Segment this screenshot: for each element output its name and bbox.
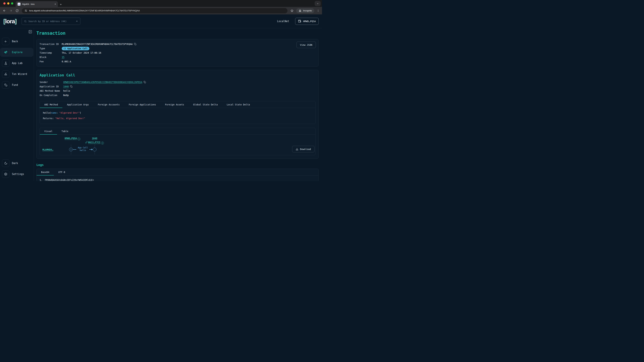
search-clear-icon[interactable] — [76, 20, 78, 22]
transaction-id-value: MLAMKB4ANXZ5NA2XY7ZNF3EAIROHVWPAB4A7CLT6… — [62, 43, 133, 45]
sidebar-item-fund[interactable]: Fund — [0, 80, 33, 89]
site-info-icon[interactable] — [24, 9, 27, 12]
incognito-label: Incognito — [303, 9, 312, 12]
tab-global-state-delta[interactable]: Global State Delta — [189, 101, 222, 108]
tab-foreign-assets[interactable]: Foreign Assets — [160, 101, 189, 108]
abi-method-name-value: hello — [63, 89, 70, 92]
logs-card: Base64 UTF-8 1. FR98dQAUSGVsbG8sIEFsZ29y… — [36, 169, 319, 181]
sidebar-item-label: App Lab — [12, 62, 22, 65]
telescope-icon — [2, 49, 10, 56]
network-label[interactable]: LocalNet — [277, 20, 289, 23]
back-icon[interactable] — [1, 8, 8, 14]
sidebar-item-label: Back — [12, 40, 18, 43]
tab-table[interactable]: Table — [57, 128, 73, 134]
field-label: Application ID — [40, 85, 63, 88]
sidebar-item-label: Txn Wizard — [12, 72, 27, 76]
search-box[interactable] — [22, 17, 80, 25]
maximize-window-button[interactable] — [11, 2, 13, 4]
new-tab-button[interactable] — [60, 3, 62, 6]
sidebar-item-label: Settings — [12, 173, 24, 176]
sender-link[interactable]: HMWDSHQCOPD2T36WBAHLAZ6PO5GDJJZBN4D2TODK… — [63, 81, 142, 83]
copy-icon[interactable] — [70, 85, 72, 88]
wallet-button[interactable]: HMWD…PQSA — [295, 18, 319, 25]
moon-icon — [2, 160, 10, 167]
browser-menu-icon[interactable] — [316, 8, 321, 13]
block-link[interactable]: 35 — [62, 56, 64, 58]
sidebar-collapse-icon[interactable] — [28, 30, 32, 34]
tab-base64[interactable]: Base64 — [36, 169, 54, 175]
flask-icon — [2, 59, 10, 67]
field-label: Type — [40, 47, 62, 50]
incognito-badge: Incognito — [296, 8, 314, 13]
log-entry: 1. FR98dQAUSGVsbG8sIEFsZ29yYW5kIERldiE= — [36, 175, 318, 181]
lora-logo[interactable]: [lora] — [3, 18, 16, 25]
abi-call-signature: hello(name: "Algorand Dev!") — [43, 111, 312, 114]
field-label: On Completion — [40, 94, 63, 96]
sidebar-item-label: Dark — [12, 162, 18, 165]
search-input[interactable] — [28, 20, 74, 23]
tab-abi-method[interactable]: ABI Method — [40, 101, 62, 108]
field-label: Block — [40, 56, 62, 58]
tab-foreign-accounts[interactable]: Foreign Accounts — [93, 101, 124, 108]
page-title: Transaction — [36, 30, 319, 36]
browser-toolbar: lora.algokit.io/localnet/transaction/MLA… — [0, 7, 322, 14]
sidebar-item-txn-wizard[interactable]: Txn Wizard — [0, 69, 33, 79]
copy-icon[interactable] — [144, 81, 146, 83]
bookmark-star-icon[interactable] — [289, 8, 295, 13]
sidebar-item-app-lab[interactable]: App Lab — [0, 59, 33, 68]
fee-value: 0.001 — [62, 60, 68, 63]
sidebar-item-back[interactable]: Back — [0, 37, 33, 46]
url-bar[interactable]: lora.algokit.io/localnet/transaction/MLA… — [22, 8, 288, 13]
tab-foreign-applications[interactable]: Foreign Applications — [124, 101, 160, 108]
tab-close-icon[interactable] — [54, 3, 56, 5]
copy-icon[interactable] — [134, 43, 136, 45]
timestamp-value: Thu, 17 October 2024 17:06:16 — [62, 51, 101, 54]
browser-tab[interactable]: [ak] AlgoKit - lora — [16, 1, 58, 7]
logs-tabbar: Base64 UTF-8 — [36, 169, 318, 175]
graph-txn-link[interactable]: MLAMKB4… — [42, 148, 53, 151]
algo-symbol-icon — [69, 60, 72, 63]
abi-arg-name: name — [51, 111, 57, 114]
sidebar-item-settings[interactable]: Settings — [0, 170, 33, 179]
download-button[interactable]: Download — [292, 146, 314, 152]
graph-node-app[interactable] — [93, 148, 96, 151]
graph-sender-badge: 1 — [78, 138, 80, 140]
view-json-button[interactable]: View JSON — [296, 41, 316, 48]
field-label: ABI Method Name — [40, 89, 63, 92]
application-call-card: Application Call Sender HMWDSHQCOPD2T36W… — [36, 70, 319, 159]
on-completion-value: NoOp — [63, 94, 69, 96]
field-label: Transaction ID — [40, 43, 62, 45]
graph-node-sender[interactable]: 1 — [69, 148, 73, 151]
incognito-icon — [298, 9, 302, 12]
reload-icon[interactable] — [14, 8, 20, 14]
sidebar-item-explore[interactable]: Explore — [0, 48, 33, 57]
link-icon — [85, 141, 88, 143]
application-id-link[interactable]: 1048 — [63, 85, 69, 88]
log-entry-value: FR98dQAUSGVsbG8sIEFsZ29yYW5kIERldiE= — [45, 179, 94, 181]
visual-tabbar: Visual Table — [40, 128, 315, 135]
tab-visual[interactable]: Visual — [40, 128, 57, 134]
tab-local-state-delta[interactable]: Local State Delta — [222, 101, 254, 108]
abi-arg-value: "Algorand Dev!" — [59, 111, 80, 114]
close-window-button[interactable] — [3, 2, 6, 4]
sidebar-item-dark-toggle[interactable]: Dark — [0, 159, 33, 168]
back-arrow-icon — [2, 38, 10, 45]
abi-tabcard: ABI Method Application Args Foreign Acco… — [40, 101, 316, 124]
sidebar-item-label: Explore — [12, 51, 22, 54]
minimize-window-button[interactable] — [7, 2, 10, 4]
field-label: Fee — [40, 60, 62, 63]
graph-sender-link[interactable]: HMWD…PQSA — [64, 137, 77, 140]
visual-tabcard: Visual Table HMWD…PQSA1 1048 06JJ…F7CI2 — [40, 128, 316, 155]
log-entry-number: 1. — [40, 179, 42, 181]
graph-edge-label: App Call hello — [76, 146, 90, 152]
favicon: [ak] — [18, 3, 20, 5]
gear-icon — [2, 170, 10, 178]
download-icon — [296, 148, 298, 150]
traffic-lights — [0, 0, 16, 7]
tab-application-args[interactable]: Application Args — [62, 101, 93, 108]
graph-group-link[interactable]: 06JJ…F7CI — [88, 141, 100, 144]
tab-utf8[interactable]: UTF-8 — [54, 169, 70, 175]
forward-icon[interactable] — [8, 8, 14, 14]
graph-app-id-link[interactable]: 1048 — [92, 137, 98, 140]
tab-search-chevron-button[interactable] — [314, 1, 321, 6]
